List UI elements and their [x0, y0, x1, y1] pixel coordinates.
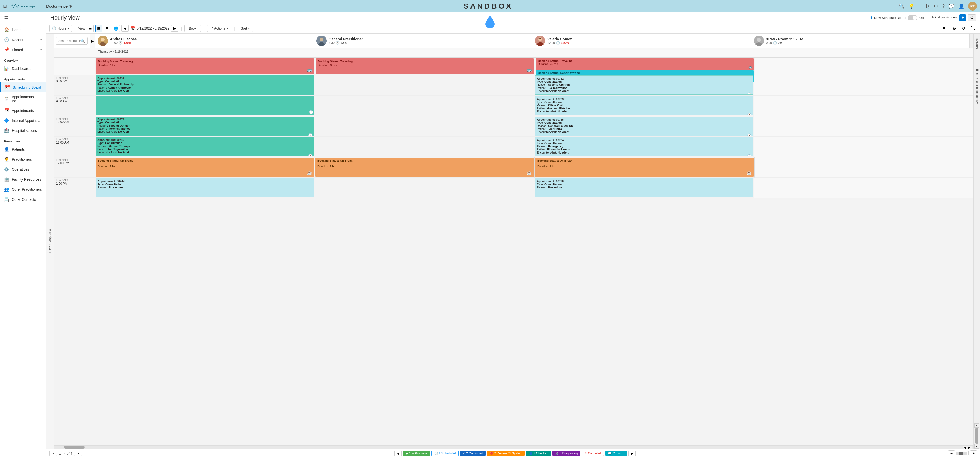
sidebar-hamburger[interactable]: ☰ [0, 12, 46, 25]
break-block-col1[interactable]: Booking Status: On Break Duration: 1 hr … [95, 157, 314, 177]
break-block-col2[interactable]: Booking Status: On Break Duration: 1 hr … [315, 157, 534, 177]
list-view-btn[interactable]: ☰ [87, 25, 94, 32]
eye-btn[interactable]: 👁 [941, 25, 949, 32]
zoom-in-btn[interactable]: + [970, 450, 977, 456]
col1-1200[interactable]: Booking Status: On Break Duration: 1 hr … [95, 157, 315, 178]
filter-map-panel[interactable]: Filter & Map View [46, 33, 54, 448]
col2-1200[interactable]: Booking Status: On Break Duration: 1 hr … [315, 157, 535, 178]
sidebar-item-hospitalizations[interactable]: 🏥 Hospitalizations [0, 126, 46, 135]
sidebar-item-facility-resources[interactable]: 🏢 Facility Resources [0, 174, 46, 184]
book-btn[interactable]: Book [185, 25, 201, 32]
col3-traveling[interactable]: Booking Status: Traveling Duration: 30 m… [535, 57, 755, 75]
sidebar-item-recent[interactable]: 🕐 Recent ▾ [0, 35, 46, 45]
badge-comm[interactable]: 💬 Comm... [605, 451, 627, 456]
sidebar-item-practitioners[interactable]: 👨‍⚕️ Practitioners [0, 154, 46, 164]
appt-00744[interactable]: Appointment: 00744 Type: Consultation Re… [95, 178, 314, 197]
zoom-slider-thumb[interactable] [959, 452, 963, 455]
sidebar-item-home[interactable]: 🏠 Home [0, 25, 46, 35]
sidebar-item-operatives[interactable]: ⚙️ Operatives [0, 164, 46, 174]
sidebar-item-appointments-bo[interactable]: 📋 Appointments Bo... [0, 92, 46, 105]
calendar-date-icon[interactable]: 📅 [130, 26, 135, 31]
lightbulb-icon[interactable]: 💡 [908, 3, 914, 9]
settings-btn[interactable]: ⚙ [950, 25, 958, 32]
h-scrollbar[interactable]: ◀ ▶ [54, 445, 973, 448]
sidebar-item-dashboards[interactable]: 📊 Dashboards [0, 64, 46, 73]
col1-800[interactable]: Appointment: 00739 Type: Consultation Re… [95, 75, 315, 95]
grid-view-btn[interactable]: ⊞ [104, 25, 110, 32]
prev-page-btn[interactable]: ◀ [395, 450, 402, 456]
search-icon[interactable]: 🔍 [899, 3, 905, 9]
next-btn[interactable]: ▶ [171, 25, 178, 32]
globe-view-btn[interactable]: 🌐 [112, 25, 120, 32]
badge-in-progress[interactable]: ▶ 1.In Progress [403, 451, 430, 456]
plus-icon[interactable]: + [918, 3, 922, 10]
prev-btn[interactable]: ◀ [121, 25, 129, 32]
zoom-out-btn[interactable]: − [948, 450, 955, 456]
actions-btn[interactable]: ⇄ Actions ▾ [207, 25, 231, 32]
badge-diagnosing[interactable]: 🔬 3.Diagnosing [552, 451, 580, 456]
badge-checkin[interactable]: 👤 3.Check-In [526, 451, 551, 456]
question-icon[interactable]: ? [942, 3, 945, 9]
col1-traveling[interactable]: Booking Status: Traveling Duration: 1 hr… [95, 57, 315, 75]
user-avatar[interactable]: PT [968, 2, 977, 11]
col3-1200[interactable]: Booking Status: On Break Duration: 1 hr … [535, 157, 754, 178]
next-page-btn[interactable]: ▶ [628, 450, 636, 456]
add-view-button[interactable]: + [959, 14, 966, 21]
col1-1000[interactable]: Appointment: 00772 Type: Consultation Re… [95, 116, 315, 137]
col3-800[interactable]: Appointment: 00762 Type: Consultation Re… [534, 75, 754, 95]
sidebar-item-appointments[interactable]: 📅 Appointments [0, 105, 46, 116]
col1-1300[interactable]: Appointment: 00744 Type: Consultation Re… [95, 178, 315, 198]
search-box[interactable]: 🔍 [56, 37, 88, 45]
schedule-scroll-area[interactable]: Thursday - 5/19/2022 Booking Status: Tra… [54, 48, 973, 445]
col3-900[interactable]: Appointment: 00763 Type: Consultation Re… [534, 95, 754, 116]
h-scroll-thumb[interactable] [64, 446, 85, 448]
badge-confirmed[interactable]: ✓ 2.Confirmed [460, 451, 485, 456]
new-schedule-toggle[interactable] [908, 15, 917, 20]
expand-btn[interactable]: ⛶ [969, 25, 977, 32]
filter-icon[interactable]: ⧎ [926, 3, 930, 9]
hours-btn[interactable]: 🕐 Hours ▾ [49, 25, 72, 32]
appt-00766[interactable]: Appointment: 00766 Type: Consultation Re… [535, 178, 754, 197]
search-resource-input[interactable] [58, 39, 80, 43]
v-scroll-up[interactable]: ▲ [974, 423, 980, 428]
sidebar-item-internal-appoint[interactable]: 🔷 Internal Appoint... [0, 116, 46, 126]
sidebar-item-other-practitioners[interactable]: 👥 Other Practitioners [0, 184, 46, 194]
bar-view-btn[interactable]: ▦ [95, 25, 102, 32]
sidebar-item-patients[interactable]: 👤 Patients [0, 144, 46, 154]
col1-1100[interactable]: Appointment: 00743 Type: Consultation Re… [95, 137, 315, 157]
appt-00772[interactable]: Appointment: 00772 Type: Consultation Re… [95, 116, 314, 136]
col3-1300[interactable]: Appointment: 00766 Type: Consultation Re… [534, 178, 754, 198]
chat-icon[interactable]: 💬 [949, 3, 954, 9]
h-scroll-left[interactable]: ◀ [963, 446, 967, 448]
details-label[interactable]: Details [975, 38, 979, 49]
sidebar-item-scheduling-board[interactable]: 📅 Scheduling Board [0, 82, 46, 92]
grid-icon[interactable]: ⊞ [3, 3, 7, 9]
expand-up-btn[interactable]: ▲ [49, 450, 57, 456]
appt-00743[interactable]: Appointment: 00743 Type: Consultation Re… [95, 137, 314, 156]
sidebar-item-other-contacts[interactable]: 📇 Other Contacts [0, 194, 46, 204]
break-block-col3[interactable]: Booking Status: On Break Duration: 1 hr … [535, 157, 754, 177]
refresh-btn[interactable]: ↻ [960, 25, 967, 32]
expand-down-btn[interactable]: ▼ [74, 450, 82, 456]
view-settings-button[interactable]: ⚙ [968, 14, 976, 21]
badge-scheduled[interactable]: 🕐 1.Scheduled [431, 450, 459, 456]
badge-review[interactable]: ❤️ 2.Review Of System [487, 451, 525, 456]
col3-1000[interactable]: Appointment: 00765 Type: Consultation Re… [534, 116, 754, 137]
appt-00763[interactable]: Appointment: 00763 Type: Consultation Re… [535, 96, 754, 115]
h-scroll-right[interactable]: ▶ [967, 446, 972, 448]
toggle-panel-btn[interactable]: ▶ [90, 33, 95, 48]
v-scroll-down[interactable]: ▼ [974, 444, 980, 448]
create-booking-label[interactable]: Create Resource Booking [975, 69, 979, 104]
badge-canceled[interactable]: ⊗ Canceled [582, 450, 604, 456]
sort-btn[interactable]: Sort ▾ [237, 25, 253, 32]
appt-00765[interactable]: Appointment: 00765 Type: Consultation Re… [535, 116, 754, 136]
settings-gear-icon[interactable]: ⚙ [934, 3, 938, 9]
v-scroll-thumb[interactable] [975, 428, 978, 444]
sidebar-item-pinned[interactable]: 📌 Pinned ▾ [0, 45, 46, 55]
col3-1100[interactable]: Appointment: 00764 Type: Consultation Re… [534, 137, 754, 157]
col2-traveling[interactable]: Booking Status: Traveling Duration: 30 m… [315, 57, 535, 75]
person-icon[interactable]: 👤 [958, 3, 964, 9]
appt-00764[interactable]: Appointment: 00764 Type: Consultation Re… [535, 137, 754, 156]
appt-00739[interactable]: Appointment: 00739 Type: Consultation Re… [95, 75, 314, 95]
appt-00762[interactable]: Appointment: 00762 Type: Consultation Re… [535, 75, 754, 95]
